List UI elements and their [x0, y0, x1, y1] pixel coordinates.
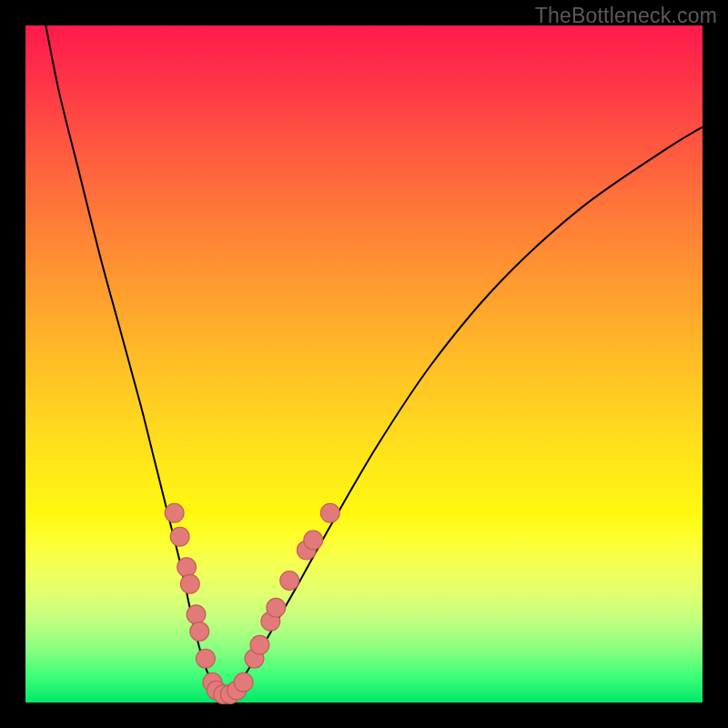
outer-frame: TheBottleneck.com [0, 0, 728, 728]
highlight-dot [234, 672, 253, 692]
highlight-dot [320, 503, 339, 522]
highlight-dot [267, 598, 286, 617]
curve-layer [46, 25, 703, 701]
highlight-dot [165, 503, 184, 522]
highlight-dot [170, 527, 189, 546]
highlight-dot [187, 605, 206, 624]
highlight-dot [190, 622, 209, 641]
dots-layer [165, 503, 339, 703]
highlight-dot [280, 571, 299, 591]
chart-svg [25, 25, 703, 703]
highlight-dot [196, 649, 215, 668]
highlight-dot [304, 531, 323, 550]
watermark-text: TheBottleneck.com [535, 4, 717, 28]
highlight-dot [177, 558, 197, 577]
highlight-dot [250, 635, 269, 654]
bottleneck-curve-path [46, 25, 703, 701]
plot-area [25, 25, 703, 703]
highlight-dot [180, 574, 199, 593]
